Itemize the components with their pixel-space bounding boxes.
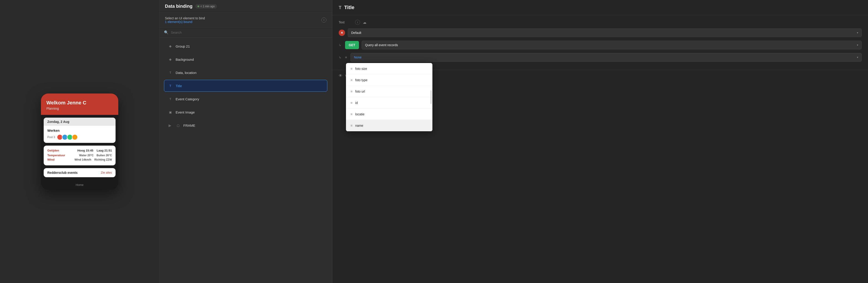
default-select-arrow: ▾ (857, 31, 858, 34)
search-icon: 🔍 (164, 30, 168, 35)
events-title: Reddersclub events (47, 171, 78, 175)
layers-icon: ≡ (345, 56, 347, 59)
tides-hoog: Hoog 15:45 Laag 21:51 (78, 149, 112, 152)
bind-info: Select an UI element to bind 1 element(s… (159, 13, 332, 28)
dropdown-label-id: id (355, 101, 358, 105)
bind-info-texts: Select an UI element to bind 1 element(s… (165, 17, 205, 24)
card-work-title: Werken (47, 129, 112, 132)
search-bar: 🔍 (159, 28, 332, 37)
text-row: Text i ☁ (339, 20, 862, 25)
right-panel-body: Text i ☁ ✕ Default ▾ ↳ GET Query all eve… (332, 15, 868, 283)
dropdown-panel: ≡ foto size ≡ foto type ≡ foto url ≡ id … (346, 63, 432, 131)
dropdown-item-name[interactable]: ≡ name (346, 120, 432, 131)
panel-badge-text: < 1 min ago (200, 5, 215, 8)
tides-row: Getijden Hoog 15:45 Laag 21:51 (47, 149, 112, 152)
tree-item-label-frame: FRAME (183, 124, 195, 127)
info-icon[interactable]: i (355, 20, 360, 25)
indent-arrow-1: ↳ (339, 43, 341, 47)
tree-item-event-category[interactable]: T Event Category (164, 93, 327, 105)
get-query-row: ↳ GET Query all event records ▾ (339, 41, 862, 50)
wind-label: Wind (47, 158, 55, 161)
events-footer: Reddersclub events Zie alles (44, 168, 116, 177)
temp-values: Water 20°C Buiten 26°C (79, 154, 112, 157)
dropdown-icon-foto-type: ≡ (350, 78, 352, 82)
dropdown-label-foto-url: foto url (355, 90, 365, 93)
mobile-card-weather: Getijden Hoog 15:45 Laag 21:51 Temperatu… (44, 146, 116, 165)
panel-title: Data binding (165, 4, 192, 9)
dropdown-icon-locatie: ≡ (350, 112, 352, 116)
none-select[interactable]: None ▾ (350, 53, 862, 62)
none-select-arrow: ▾ (857, 56, 858, 59)
wind-values: Wind 14km/h Richting ZZW (74, 158, 112, 161)
tree-item-icon-group21: ◈ (168, 44, 173, 49)
dropdown-item-foto-url[interactable]: ≡ foto url (346, 86, 432, 97)
wind-row: Wind Wind 14km/h Richting ZZW (47, 158, 112, 161)
mobile-header-name: Welkom Jenne C (46, 100, 113, 106)
panel-badge-dot (197, 5, 199, 7)
tree-item-icon-background: ◈ (168, 57, 173, 62)
dropdown-scrollbar[interactable] (431, 90, 432, 104)
tree-item-label-title: Title (176, 84, 182, 88)
card-body: Werken Post 3 (44, 126, 116, 143)
avatar-group (57, 134, 78, 140)
cloud-icon: ☁ (363, 20, 367, 25)
tree-item-label-group21: Group 21 (176, 44, 190, 48)
dropdown-item-id[interactable]: ≡ id (346, 97, 432, 108)
left-panel: Welkom Jenne C Planning Zondag, 2 Aug We… (0, 0, 159, 283)
dropdown-icon-foto-url: ≡ (350, 89, 352, 93)
tree-item-icon-event-category: T (168, 96, 173, 101)
events-link[interactable]: Zie alles (101, 171, 112, 174)
card-date-text: Zondag, 2 Aug (47, 120, 112, 124)
indent-arrow-2: ↳ (339, 56, 341, 59)
bind-info-icon[interactable]: i (321, 18, 327, 23)
none-select-text: None (354, 56, 362, 59)
text-props-section: Text i ☁ ✕ Default ▾ ↳ GET Query all eve… (332, 15, 868, 70)
nav-home-label: Home (76, 183, 84, 187)
default-row: ✕ Default ▾ (339, 28, 862, 37)
tree-item-data-location[interactable]: T Data, location (164, 67, 327, 78)
panel-badge: < 1 min ago (195, 4, 217, 9)
query-select-arrow: ▾ (857, 43, 858, 46)
mobile-header-subtitle: Planning (46, 107, 113, 110)
dropdown-item-foto-size[interactable]: ≡ foto size (346, 63, 432, 74)
tree-list: ◈ Group 21 ◈ Background T Data, location… (159, 37, 332, 283)
card-post-row: Post 3 (47, 134, 112, 140)
panel-header: Data binding < 1 min ago (159, 0, 332, 13)
temp-row: Temperatuur Water 20°C Buiten 26°C (47, 154, 112, 157)
text-label: Text (339, 21, 352, 24)
tree-item-icon-frame: ▢ (176, 123, 181, 128)
tree-item-group21[interactable]: ◈ Group 21 (164, 40, 327, 52)
query-select[interactable]: Query all event records ▾ (362, 41, 862, 50)
mobile-header: Welkom Jenne C Planning (41, 94, 118, 115)
default-select[interactable]: Default ▾ (348, 28, 862, 37)
middle-panel: Data binding < 1 min ago Select an UI el… (159, 0, 332, 283)
tree-item-icon-data-location: T (168, 70, 173, 75)
dropdown-label-locatie: locatie (355, 113, 364, 116)
query-select-text: Query all event records (365, 43, 398, 47)
clear-button[interactable]: ✕ (339, 30, 345, 36)
dropdown-item-foto-type[interactable]: ≡ foto type (346, 74, 432, 86)
tree-item-background[interactable]: ◈ Background (164, 54, 327, 65)
avatar-4 (72, 134, 78, 140)
search-input[interactable] (171, 30, 327, 34)
bind-select-text: Select an UI element to bind (165, 17, 205, 20)
mobile-nav[interactable]: Home (41, 180, 118, 190)
tree-item-frame[interactable]: ▶ ▢ FRAME (164, 120, 327, 131)
bind-count-text: 1 element(s) bound (165, 20, 205, 24)
mobile-card-1: Zondag, 2 Aug Werken Post 3 (44, 118, 116, 143)
dropdown-label-foto-size: foto size (355, 67, 367, 70)
get-button[interactable]: GET (345, 41, 359, 49)
none-row: ↳ ≡ None ▾ (339, 53, 862, 62)
tree-item-toggle-frame[interactable]: ▶ (168, 123, 172, 127)
tree-item-label-event-category: Event Category (176, 97, 199, 101)
tree-item-event-image[interactable]: ▣ Event Image (164, 106, 327, 118)
tree-item-label-event-image: Event Image (176, 110, 195, 114)
dropdown-icon-id: ≡ (350, 101, 352, 105)
dropdown-icon-name: ≡ (350, 124, 352, 127)
dropdown-item-locatie[interactable]: ≡ locatie (346, 108, 432, 120)
right-panel: T Title Text i ☁ ✕ Default ▾ ↳ GET (332, 0, 868, 283)
card-post-label: Post 3 (47, 135, 55, 139)
right-panel-header: T Title (332, 0, 868, 15)
tree-item-title[interactable]: T Title (164, 80, 327, 92)
temp-label: Temperatuur (47, 154, 65, 157)
